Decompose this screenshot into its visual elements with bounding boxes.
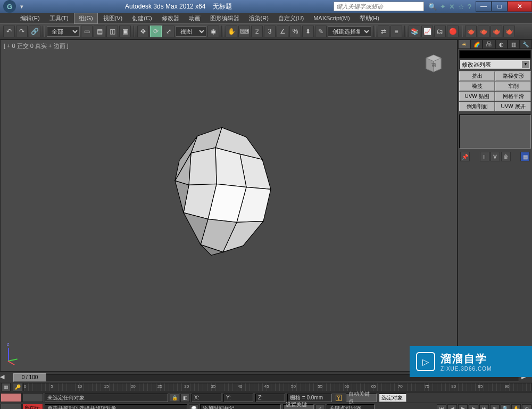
mod-extrude[interactable]: 挤出	[459, 71, 495, 81]
named-selection-dropdown[interactable]: 创建选择集	[328, 26, 371, 37]
close-button[interactable]: ✕	[508, 1, 532, 12]
menu-help[interactable]: 帮助(H)	[355, 13, 384, 23]
pin-stack-button[interactable]: 📌	[460, 152, 470, 161]
viewport-nav-4[interactable]: ⟲	[522, 404, 531, 410]
search-icon[interactable]: 🔍	[428, 3, 437, 11]
mod-pathdeform[interactable]: 路径变形	[495, 71, 531, 81]
tab-hierarchy[interactable]: 品	[483, 39, 495, 49]
time-slider-left[interactable]: ◀	[0, 373, 11, 382]
key-filter-icon[interactable]: ✓	[315, 404, 325, 410]
menu-create[interactable]: 创建(C)	[128, 13, 156, 23]
tab-create[interactable]: ☀	[458, 39, 470, 49]
key-icon[interactable]: ⚿	[335, 394, 343, 402]
isolate-icon[interactable]: ◧	[180, 394, 190, 402]
mod-meshsmooth[interactable]: 网格平滑	[495, 92, 531, 101]
script-listener-mini[interactable]	[1, 393, 22, 402]
time-slider-handle[interactable]: 0 / 100	[13, 373, 46, 382]
auto-key-button[interactable]: 自动关键点	[346, 394, 377, 402]
render-frame-button[interactable]: 🫖	[478, 26, 489, 37]
align-button[interactable]: ≡	[390, 26, 402, 37]
comm-center-icon[interactable]: 💬	[189, 404, 198, 410]
viewport-nav-1[interactable]: ⊞	[490, 404, 500, 410]
curve-editor-button[interactable]: 📈	[421, 26, 433, 37]
play-prev-button[interactable]: ◀	[447, 404, 457, 410]
play-end-button[interactable]: ⏭	[479, 404, 489, 410]
key-filter-button[interactable]: 关键点过滤器...	[327, 404, 375, 410]
manipulate-button[interactable]: ✋	[226, 26, 237, 37]
exchange-icon[interactable]: ✕	[449, 3, 455, 11]
help-search-input[interactable]	[334, 2, 424, 11]
object-color-swatch[interactable]	[459, 50, 531, 59]
schematic-button[interactable]: 🗂	[434, 26, 446, 37]
angle-snap-button[interactable]: ∠	[277, 26, 288, 37]
mod-uvwmap[interactable]: UVW 贴图	[459, 92, 495, 101]
mod-noise[interactable]: 噪波	[459, 81, 495, 91]
lock-selection-icon[interactable]: 🔒	[170, 394, 179, 402]
maximize-button[interactable]: □	[492, 1, 508, 12]
add-time-tag[interactable]: 添加时间标记	[200, 404, 281, 410]
menu-render[interactable]: 渲染(R)	[245, 13, 273, 23]
menu-maxscript[interactable]: MAXScript(M)	[309, 14, 354, 22]
make-unique-button[interactable]: ∀	[491, 152, 500, 161]
select-region-button[interactable]: ◫	[106, 26, 118, 37]
select-name-button[interactable]: ▤	[94, 26, 105, 37]
app-icon[interactable]: G	[3, 0, 16, 13]
move-button[interactable]: ✥	[137, 26, 149, 37]
menu-edit[interactable]: 编辑(E)	[16, 13, 44, 23]
redo-button[interactable]: ↷	[16, 26, 28, 37]
menu-animation[interactable]: 动画	[185, 13, 205, 23]
menu-modifiers[interactable]: 修改器	[157, 13, 184, 23]
layers-button[interactable]: 📚	[409, 26, 420, 37]
menu-group[interactable]: 组(G)	[74, 13, 98, 24]
menu-view[interactable]: 视图(V)	[99, 13, 127, 23]
tab-modify[interactable]: 🌈	[470, 39, 483, 49]
mod-bevelprofile[interactable]: 倒角剖面	[459, 102, 495, 111]
minimize-button[interactable]: —	[476, 1, 492, 12]
render-prod-button[interactable]: 🫖	[503, 26, 515, 37]
coord-x[interactable]: X:	[192, 394, 221, 402]
mirror-button[interactable]: ⇄	[378, 26, 389, 37]
menu-tools[interactable]: 工具(T)	[45, 13, 73, 23]
key-mode-dropdown[interactable]: 选定对象	[379, 394, 406, 402]
remove-mod-button[interactable]: 🗑	[501, 152, 511, 161]
configure-sets-button[interactable]: ▦	[520, 152, 530, 161]
selection-filter-dropdown[interactable]: 全部	[47, 26, 80, 37]
modifier-stack[interactable]	[459, 114, 531, 149]
select-object-button[interactable]: ▭	[81, 26, 93, 37]
viewcube[interactable]: 前	[421, 51, 446, 76]
edit-selection-button[interactable]: ✎	[315, 26, 327, 37]
coord-y[interactable]: Y:	[223, 394, 253, 402]
track-bar[interactable]: 051015202530354045505560657075808590	[23, 383, 532, 391]
favorite-icon[interactable]: ☆	[458, 3, 464, 11]
mod-uvwunwrap[interactable]: UVW 展开	[495, 102, 531, 111]
mod-lathe[interactable]: 车削	[495, 81, 531, 91]
link-button[interactable]: 🔗	[29, 26, 40, 37]
material-editor-button[interactable]: 🔴	[447, 26, 459, 37]
play-start-button[interactable]: ⏮	[437, 404, 446, 410]
tab-utilities[interactable]: 🔧	[520, 39, 532, 49]
rotate-button[interactable]: ⟳	[150, 26, 162, 37]
macro-rec-cell[interactable]	[1, 404, 22, 409]
viewport-label[interactable]: [ + 0 正交 0 真实 + 边面 ]	[4, 42, 69, 50]
snap-3d-button[interactable]: 3	[264, 26, 276, 37]
undo-button[interactable]: ↶	[3, 26, 15, 37]
coord-z[interactable]: Z:	[255, 394, 285, 402]
keyboard-shortcut-button[interactable]: ⌨	[238, 26, 250, 37]
ref-coord-dropdown[interactable]: 视图	[176, 26, 206, 37]
render-button[interactable]: 🫖	[491, 26, 502, 37]
scale-button[interactable]: ⤢	[163, 26, 174, 37]
modifier-list-dropdown[interactable]: 修改器列表	[459, 60, 531, 69]
play-button[interactable]: ▶	[458, 404, 468, 410]
trackbar-open-button[interactable]: ▦	[1, 383, 11, 391]
percent-snap-button[interactable]: %	[289, 26, 301, 37]
trackbar-keys-button[interactable]: 🔑	[13, 383, 22, 391]
help-icon[interactable]: ?	[468, 3, 471, 11]
script-output-mini[interactable]	[22, 393, 44, 402]
tab-motion[interactable]: ◐	[495, 39, 508, 49]
pivot-button[interactable]: ◉	[207, 26, 219, 37]
tab-display[interactable]: ▥	[508, 39, 520, 49]
window-crossing-button[interactable]: ▣	[119, 26, 131, 37]
set-key-button[interactable]: 设置关键点	[283, 404, 314, 410]
subscription-icon[interactable]: ✦	[440, 3, 446, 11]
menu-grapheditor[interactable]: 图形编辑器	[206, 13, 244, 23]
